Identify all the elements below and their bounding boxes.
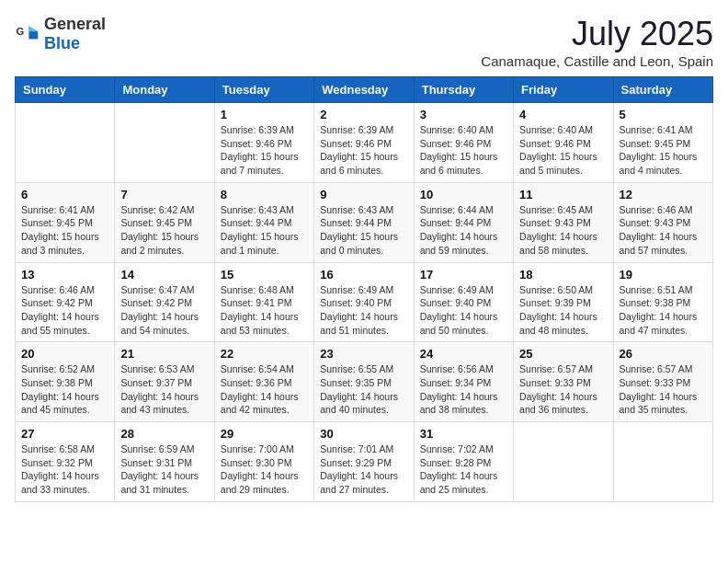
week-row-5: 27Sunrise: 6:58 AM Sunset: 9:32 PM Dayli… xyxy=(16,422,713,502)
week-row-1: 1Sunrise: 6:39 AM Sunset: 9:46 PM Daylig… xyxy=(16,103,713,183)
weekday-header-friday: Friday xyxy=(514,77,613,103)
svg-marker-2 xyxy=(28,27,38,32)
day-info: Sunrise: 6:55 AM Sunset: 9:35 PM Dayligh… xyxy=(320,362,407,417)
day-info: Sunrise: 7:02 AM Sunset: 9:28 PM Dayligh… xyxy=(420,442,507,497)
weekday-header-wednesday: Wednesday xyxy=(314,77,414,103)
day-number: 27 xyxy=(21,427,108,441)
day-cell: 31Sunrise: 7:02 AM Sunset: 9:28 PM Dayli… xyxy=(414,422,513,502)
weekday-header-monday: Monday xyxy=(115,77,214,103)
day-info: Sunrise: 6:47 AM Sunset: 9:42 PM Dayligh… xyxy=(120,283,208,338)
day-cell: 11Sunrise: 6:45 AM Sunset: 9:43 PM Dayli… xyxy=(514,182,613,262)
day-cell: 6Sunrise: 6:41 AM Sunset: 9:45 PM Daylig… xyxy=(16,182,115,262)
day-info: Sunrise: 6:41 AM Sunset: 9:45 PM Dayligh… xyxy=(620,123,707,178)
logo-general: General xyxy=(44,15,106,33)
day-cell: 22Sunrise: 6:54 AM Sunset: 9:36 PM Dayli… xyxy=(214,342,313,422)
day-number: 19 xyxy=(620,268,707,282)
day-number: 18 xyxy=(519,268,607,282)
day-number: 5 xyxy=(620,108,707,121)
day-info: Sunrise: 6:46 AM Sunset: 9:42 PM Dayligh… xyxy=(21,283,108,338)
day-cell: 14Sunrise: 6:47 AM Sunset: 9:42 PM Dayli… xyxy=(115,262,214,342)
day-info: Sunrise: 6:41 AM Sunset: 9:45 PM Dayligh… xyxy=(21,203,108,258)
page-header: G General Blue July 2025 Canamaque, Cast… xyxy=(15,15,713,69)
day-info: Sunrise: 6:39 AM Sunset: 9:46 PM Dayligh… xyxy=(320,123,407,178)
day-number: 12 xyxy=(620,188,707,201)
day-number: 4 xyxy=(519,108,607,121)
day-info: Sunrise: 6:40 AM Sunset: 9:46 PM Dayligh… xyxy=(519,123,607,178)
day-cell: 10Sunrise: 6:44 AM Sunset: 9:44 PM Dayli… xyxy=(414,182,513,262)
day-number: 23 xyxy=(320,347,407,361)
day-number: 21 xyxy=(120,347,208,361)
day-cell: 27Sunrise: 6:58 AM Sunset: 9:32 PM Dayli… xyxy=(16,422,115,502)
weekday-header-sunday: Sunday xyxy=(16,77,115,103)
day-number: 15 xyxy=(221,268,308,282)
day-cell: 29Sunrise: 7:00 AM Sunset: 9:30 PM Dayli… xyxy=(214,422,313,502)
day-info: Sunrise: 6:54 AM Sunset: 9:36 PM Dayligh… xyxy=(221,362,308,417)
day-info: Sunrise: 6:53 AM Sunset: 9:37 PM Dayligh… xyxy=(120,362,208,417)
day-info: Sunrise: 6:52 AM Sunset: 9:38 PM Dayligh… xyxy=(21,362,108,417)
day-cell: 12Sunrise: 6:46 AM Sunset: 9:43 PM Dayli… xyxy=(613,182,712,262)
day-number: 1 xyxy=(221,108,308,121)
day-cell xyxy=(16,103,115,183)
day-cell: 20Sunrise: 6:52 AM Sunset: 9:38 PM Dayli… xyxy=(16,342,115,422)
logo-icon: G xyxy=(15,21,40,47)
day-info: Sunrise: 6:48 AM Sunset: 9:41 PM Dayligh… xyxy=(221,283,308,338)
day-number: 9 xyxy=(320,188,407,201)
day-cell: 21Sunrise: 6:53 AM Sunset: 9:37 PM Dayli… xyxy=(115,342,214,422)
day-cell: 7Sunrise: 6:42 AM Sunset: 9:45 PM Daylig… xyxy=(115,182,214,262)
day-cell: 13Sunrise: 6:46 AM Sunset: 9:42 PM Dayli… xyxy=(16,262,115,342)
weekday-header-tuesday: Tuesday xyxy=(214,77,313,103)
week-row-3: 13Sunrise: 6:46 AM Sunset: 9:42 PM Dayli… xyxy=(16,262,713,342)
day-cell: 23Sunrise: 6:55 AM Sunset: 9:35 PM Dayli… xyxy=(314,342,414,422)
location-title: Canamaque, Castille and Leon, Spain xyxy=(481,53,713,69)
day-cell: 26Sunrise: 6:57 AM Sunset: 9:33 PM Dayli… xyxy=(613,342,712,422)
day-info: Sunrise: 6:59 AM Sunset: 9:31 PM Dayligh… xyxy=(120,442,208,497)
day-info: Sunrise: 6:42 AM Sunset: 9:45 PM Dayligh… xyxy=(120,203,208,258)
day-info: Sunrise: 6:43 AM Sunset: 9:44 PM Dayligh… xyxy=(320,203,407,258)
day-cell xyxy=(514,422,613,502)
week-row-2: 6Sunrise: 6:41 AM Sunset: 9:45 PM Daylig… xyxy=(16,182,713,262)
day-info: Sunrise: 7:00 AM Sunset: 9:30 PM Dayligh… xyxy=(221,442,308,497)
title-block: July 2025 Canamaque, Castille and Leon, … xyxy=(481,15,713,69)
day-cell: 8Sunrise: 6:43 AM Sunset: 9:44 PM Daylig… xyxy=(214,182,313,262)
day-info: Sunrise: 6:58 AM Sunset: 9:32 PM Dayligh… xyxy=(21,442,108,497)
day-number: 26 xyxy=(620,347,707,361)
day-cell: 3Sunrise: 6:40 AM Sunset: 9:46 PM Daylig… xyxy=(414,103,513,183)
day-cell: 5Sunrise: 6:41 AM Sunset: 9:45 PM Daylig… xyxy=(613,103,712,183)
day-info: Sunrise: 6:49 AM Sunset: 9:40 PM Dayligh… xyxy=(420,283,507,338)
day-cell: 24Sunrise: 6:56 AM Sunset: 9:34 PM Dayli… xyxy=(414,342,513,422)
day-cell: 18Sunrise: 6:50 AM Sunset: 9:39 PM Dayli… xyxy=(514,262,613,342)
day-info: Sunrise: 6:45 AM Sunset: 9:43 PM Dayligh… xyxy=(519,203,607,258)
day-info: Sunrise: 6:43 AM Sunset: 9:44 PM Dayligh… xyxy=(221,203,308,258)
day-cell: 1Sunrise: 6:39 AM Sunset: 9:46 PM Daylig… xyxy=(214,103,313,183)
day-number: 17 xyxy=(420,268,507,282)
day-cell: 4Sunrise: 6:40 AM Sunset: 9:46 PM Daylig… xyxy=(514,103,613,183)
day-cell: 16Sunrise: 6:49 AM Sunset: 9:40 PM Dayli… xyxy=(314,262,414,342)
day-cell xyxy=(115,103,214,183)
day-info: Sunrise: 6:44 AM Sunset: 9:44 PM Dayligh… xyxy=(420,203,507,258)
day-number: 25 xyxy=(519,347,607,361)
day-cell: 25Sunrise: 6:57 AM Sunset: 9:33 PM Dayli… xyxy=(514,342,613,422)
day-cell: 9Sunrise: 6:43 AM Sunset: 9:44 PM Daylig… xyxy=(314,182,414,262)
weekday-header-saturday: Saturday xyxy=(613,77,712,103)
day-number: 7 xyxy=(120,188,208,201)
weekday-header-row: SundayMondayTuesdayWednesdayThursdayFrid… xyxy=(16,77,713,103)
day-number: 10 xyxy=(420,188,507,201)
calendar-table: SundayMondayTuesdayWednesdayThursdayFrid… xyxy=(15,76,713,502)
weekday-header-thursday: Thursday xyxy=(414,77,513,103)
day-number: 31 xyxy=(420,427,507,441)
day-number: 29 xyxy=(221,427,308,441)
day-info: Sunrise: 6:49 AM Sunset: 9:40 PM Dayligh… xyxy=(320,283,407,338)
day-info: Sunrise: 6:57 AM Sunset: 9:33 PM Dayligh… xyxy=(620,362,707,417)
day-info: Sunrise: 6:40 AM Sunset: 9:46 PM Dayligh… xyxy=(420,123,507,178)
day-number: 28 xyxy=(120,427,208,441)
day-number: 22 xyxy=(221,347,308,361)
day-cell: 2Sunrise: 6:39 AM Sunset: 9:46 PM Daylig… xyxy=(314,103,414,183)
day-cell: 15Sunrise: 6:48 AM Sunset: 9:41 PM Dayli… xyxy=(214,262,313,342)
day-info: Sunrise: 6:50 AM Sunset: 9:39 PM Dayligh… xyxy=(519,283,607,338)
day-number: 13 xyxy=(21,268,108,282)
day-info: Sunrise: 6:57 AM Sunset: 9:33 PM Dayligh… xyxy=(519,362,607,417)
logo-text: General Blue xyxy=(44,15,106,53)
day-cell: 30Sunrise: 7:01 AM Sunset: 9:29 PM Dayli… xyxy=(314,422,414,502)
day-info: Sunrise: 6:39 AM Sunset: 9:46 PM Dayligh… xyxy=(221,123,308,178)
day-number: 14 xyxy=(120,268,208,282)
